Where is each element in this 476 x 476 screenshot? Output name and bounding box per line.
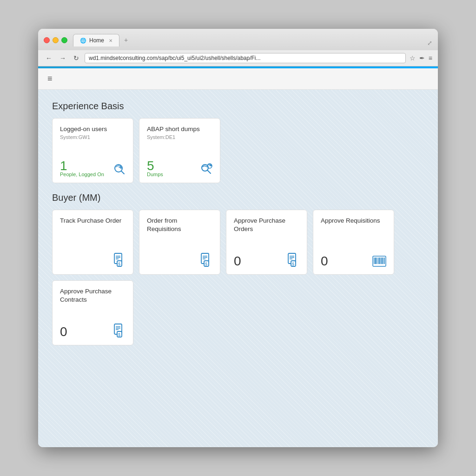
card-order-from-requisitions-bottom: $	[147, 253, 212, 269]
card-approve-purchase-contracts-title: Approve Purchase Contracts	[60, 287, 126, 304]
doc-dollar-icon-1: $	[113, 253, 126, 269]
traffic-lights	[44, 37, 67, 43]
card-approve-purchase-orders-title: Approve Purchase Orders	[234, 217, 299, 233]
barcode-icon	[372, 256, 386, 269]
card-logged-on-users-bottom: 1 People, Logged On	[60, 159, 126, 177]
card-abap-short-dumps-subtitle: System:DE1	[147, 134, 212, 140]
minimize-button[interactable]	[53, 37, 59, 43]
card-abap-short-dumps-bottom: 5 Dumps	[147, 159, 212, 177]
svg-text:$: $	[205, 262, 207, 266]
buyer-mm-cards-row-2: Approve Purchase Contracts 0 $	[52, 280, 424, 345]
address-bar: ← → ↻ ☆ ✒ ≡	[38, 50, 438, 66]
bookmark-button[interactable]: ☆	[410, 54, 416, 62]
tab-bar: 🌐 Home ✕ + ⤢	[73, 33, 432, 46]
card-approve-requisitions-count: 0	[321, 254, 328, 269]
maximize-button[interactable]	[61, 37, 67, 43]
card-abap-short-dumps[interactable]: ABAP short dumps System:DE1 5 Dumps	[139, 118, 220, 183]
active-tab[interactable]: 🌐 Home ✕	[73, 34, 119, 46]
card-approve-purchase-orders-count: 0	[234, 254, 241, 269]
tab-title: Home	[89, 37, 104, 44]
tab-close-button[interactable]: ✕	[109, 38, 112, 43]
doc-dollar-icon-3: $	[287, 253, 299, 269]
close-button[interactable]	[44, 37, 50, 43]
card-logged-on-users-title: Logged-on users	[60, 125, 126, 133]
browser-window: 🌐 Home ✕ + ⤢ ← → ↻ ☆ ✒ ≡ ≡ Experience Ba…	[38, 29, 438, 447]
card-order-from-requisitions[interactable]: Order from Requisitions $	[139, 210, 220, 275]
section-buyer-mm-title: Buyer (MM)	[52, 192, 424, 203]
forward-button[interactable]: →	[58, 53, 68, 63]
tab-icon: 🌐	[80, 38, 86, 44]
card-approve-requisitions-title: Approve Requisitions	[321, 217, 386, 225]
pen-button[interactable]: ✒	[419, 54, 425, 62]
card-approve-purchase-contracts-count: 0	[60, 324, 67, 339]
card-track-purchase-order-title: Track Purchase Order	[60, 217, 126, 225]
card-logged-on-users[interactable]: Logged-on users System:GW1 1 People, Log…	[52, 118, 133, 183]
title-bar: 🌐 Home ✕ + ⤢	[38, 29, 438, 50]
main-content: Experience Basis Logged-on users System:…	[38, 90, 438, 447]
new-tab-button[interactable]: +	[119, 33, 132, 46]
refresh-button[interactable]: ↻	[72, 53, 81, 63]
back-button[interactable]: ←	[44, 53, 54, 63]
menu-button[interactable]: ≡	[429, 54, 432, 62]
buyer-mm-cards-row: Track Purchase Order $	[52, 210, 424, 275]
doc-dollar-icon-4: $	[113, 324, 126, 339]
experience-basis-cards-row: Logged-on users System:GW1 1 People, Log…	[52, 118, 424, 183]
app-header: ≡	[38, 68, 438, 90]
card-logged-on-users-label: People, Logged On	[60, 172, 104, 177]
card-track-purchase-order-bottom: $	[60, 253, 126, 269]
card-approve-requisitions[interactable]: Approve Requisitions 0	[313, 210, 394, 275]
card-order-from-requisitions-title: Order from Requisitions	[147, 217, 212, 233]
expand-icon[interactable]: ⤢	[427, 40, 432, 46]
address-input[interactable]	[85, 53, 406, 63]
card-approve-requisitions-bottom: 0	[321, 254, 386, 269]
section-experience-basis-title: Experience Basis	[52, 101, 424, 112]
card-approve-purchase-contracts[interactable]: Approve Purchase Contracts 0 $	[52, 280, 133, 345]
card-abap-short-dumps-label: Dumps	[147, 172, 163, 177]
doc-dollar-icon-2: $	[200, 253, 212, 269]
card-logged-on-users-subtitle: System:GW1	[60, 134, 126, 140]
card-abap-short-dumps-title: ABAP short dumps	[147, 125, 212, 133]
card-track-purchase-order[interactable]: Track Purchase Order $	[52, 210, 133, 275]
card-approve-purchase-orders[interactable]: Approve Purchase Orders 0 $	[226, 210, 307, 275]
section-experience-basis: Experience Basis Logged-on users System:…	[52, 101, 424, 183]
svg-text:$: $	[118, 332, 120, 337]
card-approve-purchase-contracts-bottom: 0 $	[60, 324, 126, 339]
section-buyer-mm: Buyer (MM) Track Purchase Order $	[52, 192, 424, 345]
svg-text:$: $	[118, 262, 120, 266]
refresh-search-2-icon	[199, 162, 212, 177]
hamburger-menu[interactable]: ≡	[47, 74, 53, 83]
refresh-search-icon	[112, 162, 126, 177]
svg-text:$: $	[292, 262, 294, 266]
card-approve-purchase-orders-bottom: 0 $	[234, 253, 299, 269]
